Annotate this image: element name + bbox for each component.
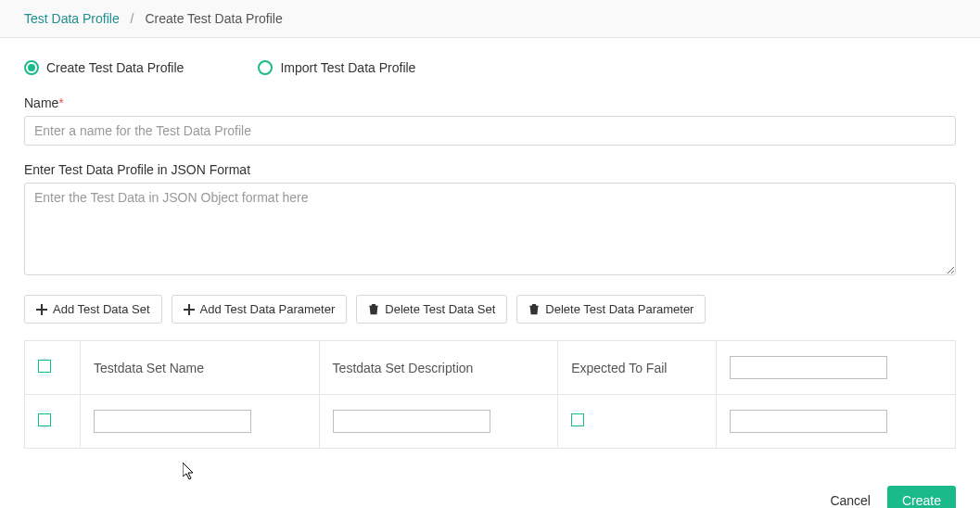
breadcrumb: Test Data Profile / Create Test Data Pro… bbox=[0, 0, 980, 38]
select-all-checkbox[interactable] bbox=[38, 360, 51, 373]
col-fail: Expected To Fail bbox=[558, 341, 717, 395]
radio-icon bbox=[258, 60, 273, 75]
trash-icon bbox=[368, 304, 379, 315]
row-fail-checkbox[interactable] bbox=[571, 413, 584, 426]
col-desc: Testdata Set Description bbox=[319, 341, 558, 395]
add-test-data-parameter-button[interactable]: Add Test Data Parameter bbox=[172, 295, 348, 324]
radio-import-label: Import Test Data Profile bbox=[280, 60, 415, 75]
delete-set-label: Delete Test Data Set bbox=[385, 302, 495, 316]
table-row bbox=[25, 395, 956, 449]
json-input[interactable] bbox=[24, 183, 956, 275]
name-label-text: Name bbox=[24, 95, 58, 110]
delete-param-label: Delete Test Data Parameter bbox=[545, 302, 694, 316]
json-label: Enter Test Data Profile in JSON Format bbox=[24, 162, 956, 177]
delete-test-data-parameter-button[interactable]: Delete Test Data Parameter bbox=[516, 295, 706, 324]
col-extra bbox=[717, 341, 956, 395]
breadcrumb-current: Create Test Data Profile bbox=[145, 11, 282, 26]
row-desc-input[interactable] bbox=[333, 410, 490, 433]
footer-actions: Cancel Create bbox=[24, 486, 956, 508]
trash-icon bbox=[528, 304, 540, 315]
test-data-table: Testdata Set Name Testdata Set Descripti… bbox=[24, 340, 956, 449]
required-asterisk: * bbox=[58, 95, 63, 110]
create-button[interactable]: Create bbox=[887, 486, 956, 508]
col-name: Testdata Set Name bbox=[81, 341, 320, 395]
profile-mode-radios: Create Test Data Profile Import Test Dat… bbox=[24, 60, 956, 75]
row-checkbox[interactable] bbox=[38, 413, 51, 426]
name-input[interactable] bbox=[24, 116, 956, 146]
radio-import-profile[interactable]: Import Test Data Profile bbox=[258, 60, 415, 75]
cancel-button[interactable]: Cancel bbox=[830, 493, 871, 508]
add-test-data-set-button[interactable]: Add Test Data Set bbox=[24, 295, 162, 324]
row-extra-input[interactable] bbox=[730, 410, 887, 433]
radio-create-profile[interactable]: Create Test Data Profile bbox=[24, 60, 184, 75]
toolbar: Add Test Data Set Add Test Data Paramete… bbox=[24, 295, 956, 324]
name-label: Name* bbox=[24, 95, 956, 110]
radio-icon bbox=[24, 60, 39, 75]
breadcrumb-parent-link[interactable]: Test Data Profile bbox=[24, 11, 120, 26]
breadcrumb-separator: / bbox=[131, 11, 134, 26]
delete-test-data-set-button[interactable]: Delete Test Data Set bbox=[356, 295, 507, 324]
radio-create-label: Create Test Data Profile bbox=[46, 60, 184, 75]
table-header-row: Testdata Set Name Testdata Set Descripti… bbox=[25, 341, 956, 395]
plus-icon bbox=[36, 304, 47, 315]
plus-icon bbox=[184, 304, 195, 315]
add-param-label: Add Test Data Parameter bbox=[200, 302, 336, 316]
header-extra-input[interactable] bbox=[730, 356, 887, 379]
add-set-label: Add Test Data Set bbox=[53, 302, 150, 316]
row-name-input[interactable] bbox=[94, 410, 251, 433]
